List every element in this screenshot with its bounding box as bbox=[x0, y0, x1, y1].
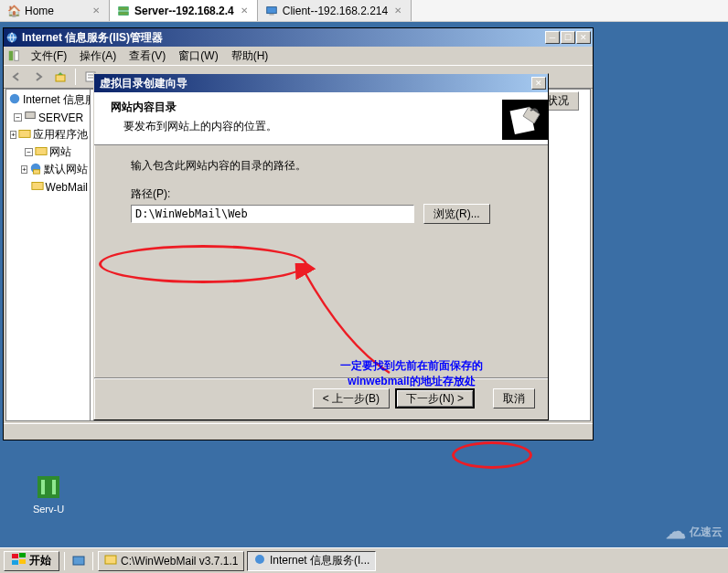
wizard-header-title: 网站内容目录 bbox=[111, 100, 277, 115]
computer-icon bbox=[24, 110, 37, 125]
tree-apppool[interactable]: + 应用程序池 bbox=[8, 126, 88, 143]
browser-tab-strip: 🏠 Home ✕ Server--192.168.2.4 ✕ Client--1… bbox=[0, 0, 728, 22]
tree-default-site[interactable]: + 默认网站 bbox=[8, 161, 88, 178]
wizard-titlebar[interactable]: 虚拟目录创建向导 ✕ bbox=[94, 74, 548, 92]
menu-file[interactable]: 文件(F) bbox=[26, 47, 72, 66]
iis-statusbar bbox=[4, 423, 593, 440]
path-label: 路径(P): bbox=[131, 186, 511, 202]
iis-menubar: 文件(F) 操作(A) 查看(V) 窗口(W) 帮助(H) bbox=[4, 47, 593, 65]
wizard-banner-icon bbox=[502, 100, 548, 140]
tab-label: Home bbox=[25, 5, 54, 17]
wizard-header: 网站内容目录 要发布到网站上的内容的位置。 bbox=[94, 92, 548, 145]
svg-rect-24 bbox=[73, 557, 84, 565]
svg-rect-25 bbox=[105, 556, 116, 564]
browser-tab-home[interactable]: 🏠 Home ✕ bbox=[0, 0, 110, 21]
tree-label: SERVER bbox=[38, 111, 83, 124]
cancel-button[interactable]: 取消 bbox=[493, 388, 535, 409]
folder-icon bbox=[35, 144, 48, 160]
wizard-header-subtitle: 要发布到网站上的内容的位置。 bbox=[123, 119, 277, 134]
svg-rect-23 bbox=[19, 559, 26, 564]
tree-label: WebMail bbox=[46, 181, 88, 194]
maximize-button[interactable]: ☐ bbox=[561, 31, 575, 44]
close-button[interactable]: ✕ bbox=[531, 77, 546, 90]
desktop-icon-servu[interactable]: Serv-U bbox=[26, 472, 71, 515]
menu-view[interactable]: 查看(V) bbox=[123, 47, 171, 66]
back-button[interactable] bbox=[7, 68, 26, 86]
tree-pane[interactable]: Internet 信息服务 − SERVER + 应用程序池 − 网站 bbox=[6, 90, 91, 420]
virtual-dir-wizard-dialog: 虚拟目录创建向导 ✕ 网站内容目录 要发布到网站上的内容的位置。 输入包含此网站… bbox=[93, 73, 549, 420]
svg-rect-12 bbox=[26, 112, 36, 119]
home-icon: 🏠 bbox=[7, 5, 20, 17]
server-icon bbox=[117, 5, 130, 17]
tree-label: Internet 信息服务 bbox=[23, 92, 91, 108]
minimize-button[interactable]: ─ bbox=[545, 31, 560, 44]
client-icon bbox=[265, 5, 278, 17]
tree-label: 应用程序池 bbox=[33, 127, 88, 143]
tab-label: Client--192.168.2.214 bbox=[283, 5, 388, 17]
iis-titlebar[interactable]: Internet 信息服务(IIS)管理器 ─ ☐ ✕ bbox=[4, 28, 593, 47]
wizard-body: 输入包含此网站内容的目录的路径。 路径(P): 浏览(R)... bbox=[94, 145, 548, 383]
wizard-prompt: 输入包含此网站内容的目录的路径。 bbox=[131, 158, 511, 174]
windows-flag-icon bbox=[12, 553, 27, 568]
quick-launch-desktop[interactable] bbox=[70, 552, 88, 570]
tree-root[interactable]: Internet 信息服务 bbox=[8, 91, 88, 109]
app-icon bbox=[7, 49, 20, 62]
close-icon[interactable]: ✕ bbox=[239, 5, 250, 16]
annotation-ellipse-next bbox=[452, 441, 532, 469]
watermark-text: 亿速云 bbox=[690, 525, 723, 540]
wizard-title: 虚拟目录创建向导 bbox=[96, 76, 531, 91]
up-button[interactable] bbox=[51, 68, 70, 86]
taskbar-item-iis[interactable]: Internet 信息服务(I... bbox=[247, 551, 376, 571]
svg-rect-14 bbox=[36, 148, 47, 155]
next-button[interactable]: 下一步(N) > bbox=[395, 388, 475, 409]
menu-help[interactable]: 帮助(H) bbox=[226, 47, 274, 66]
taskbar-item-explorer[interactable]: C:\WinWebMail v3.7.1.1 bbox=[98, 551, 244, 571]
close-icon[interactable]: ✕ bbox=[392, 5, 403, 16]
iis-title: Internet 信息服务(IIS)管理器 bbox=[22, 30, 545, 46]
svg-point-26 bbox=[255, 555, 264, 564]
folder-icon bbox=[104, 553, 117, 568]
close-icon[interactable]: ✕ bbox=[91, 5, 102, 16]
collapse-icon[interactable]: − bbox=[25, 148, 33, 156]
svg-rect-16 bbox=[33, 170, 39, 174]
wizard-footer: < 上一步(B) 下一步(N) > 取消 bbox=[313, 388, 535, 409]
svg-rect-19 bbox=[37, 476, 59, 498]
menu-action[interactable]: 操作(A) bbox=[74, 47, 122, 66]
svg-rect-20 bbox=[12, 554, 18, 558]
browse-button[interactable]: 浏览(R)... bbox=[423, 204, 490, 224]
path-input[interactable] bbox=[131, 205, 414, 223]
start-label: 开始 bbox=[29, 553, 51, 568]
task-label: Internet 信息服务(I... bbox=[270, 553, 369, 568]
tree-server[interactable]: − SERVER bbox=[8, 109, 88, 126]
browser-tab-server[interactable]: Server--192.168.2.4 ✕ bbox=[110, 0, 258, 21]
globe-icon bbox=[8, 92, 21, 108]
menu-window[interactable]: 窗口(W) bbox=[173, 47, 223, 66]
iis-icon bbox=[5, 31, 18, 44]
expand-icon[interactable]: + bbox=[21, 165, 27, 174]
expand-icon[interactable]: + bbox=[10, 131, 16, 139]
back-button[interactable]: < 上一步(B) bbox=[313, 388, 390, 409]
svg-rect-2 bbox=[267, 6, 277, 13]
task-label: C:\WinWebMail v3.7.1.1 bbox=[121, 555, 238, 568]
start-button[interactable]: 开始 bbox=[4, 551, 59, 571]
svg-rect-22 bbox=[12, 560, 18, 565]
tree-webmail[interactable]: WebMail bbox=[8, 178, 88, 196]
svg-rect-7 bbox=[56, 75, 65, 81]
tab-label: Server--192.168.2.4 bbox=[134, 5, 234, 17]
browser-tab-client[interactable]: Client--192.168.2.214 ✕ bbox=[258, 0, 412, 21]
svg-rect-6 bbox=[15, 51, 18, 61]
cloud-icon: ☁ bbox=[666, 520, 686, 544]
svg-rect-0 bbox=[119, 6, 129, 10]
svg-rect-3 bbox=[269, 14, 273, 15]
collapse-icon[interactable]: − bbox=[14, 113, 22, 122]
tree-label: 默认网站 bbox=[44, 162, 88, 177]
watermark: ☁ 亿速云 bbox=[666, 520, 723, 544]
iis-icon bbox=[253, 553, 266, 568]
forward-button[interactable] bbox=[29, 68, 48, 86]
tree-sites[interactable]: − 网站 bbox=[8, 143, 88, 161]
svg-rect-17 bbox=[31, 183, 42, 190]
svg-rect-13 bbox=[19, 131, 30, 138]
svg-rect-1 bbox=[119, 11, 129, 15]
close-button[interactable]: ✕ bbox=[576, 31, 591, 44]
folder-icon bbox=[18, 127, 31, 143]
